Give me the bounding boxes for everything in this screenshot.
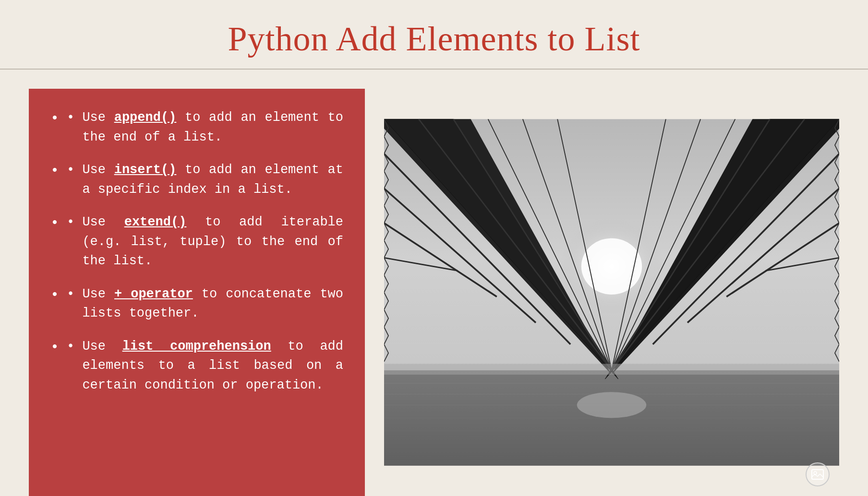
- slide-header: Python Add Elements to List: [0, 0, 868, 70]
- bullet-marker: •: [67, 337, 82, 356]
- bullet-text: Use insert() to add an element at a spec…: [82, 160, 343, 199]
- method-label: list comprehension: [122, 339, 271, 354]
- list-item: • Use insert() to add an element at a sp…: [50, 160, 343, 199]
- bullet-marker: •: [67, 213, 82, 232]
- method-label: insert(): [114, 163, 177, 177]
- bullet-text: Use + operator to concatenate two lists …: [82, 284, 343, 323]
- bullet-text: Use extend() to add iterable (e.g. list,…: [82, 213, 343, 271]
- method-label: extend(): [124, 215, 187, 229]
- bullet-marker: •: [67, 160, 82, 180]
- list-item: • Use append() to add an element to the …: [50, 108, 343, 147]
- bullet-text: Use append() to add an element to the en…: [82, 108, 343, 147]
- image-icon: [806, 462, 830, 486]
- bridge-image: [384, 89, 839, 496]
- slide-title: Python Add Elements to List: [29, 19, 839, 59]
- svg-point-2: [581, 238, 642, 295]
- bullet-marker: •: [67, 108, 82, 128]
- svg-point-36: [814, 472, 817, 474]
- list-item: • Use list comprehension to add elements…: [50, 337, 343, 395]
- svg-rect-34: [384, 364, 839, 375]
- left-panel: • Use append() to add an element to the …: [29, 89, 365, 496]
- right-panel: [384, 89, 839, 496]
- method-label: append(): [114, 110, 177, 125]
- slide: Python Add Elements to List • Use append…: [0, 0, 868, 496]
- bullet-text: Use list comprehension to add elements t…: [82, 337, 343, 395]
- content-area: • Use append() to add an element to the …: [0, 89, 868, 496]
- svg-point-9: [577, 392, 646, 418]
- list-item: • Use extend() to add iterable (e.g. lis…: [50, 213, 343, 271]
- svg-rect-35: [812, 470, 823, 479]
- method-label: + operator: [114, 287, 193, 301]
- bullet-marker: •: [67, 284, 82, 304]
- list-item: • Use + operator to concatenate two list…: [50, 284, 343, 323]
- bullet-list: • Use append() to add an element to the …: [50, 108, 343, 395]
